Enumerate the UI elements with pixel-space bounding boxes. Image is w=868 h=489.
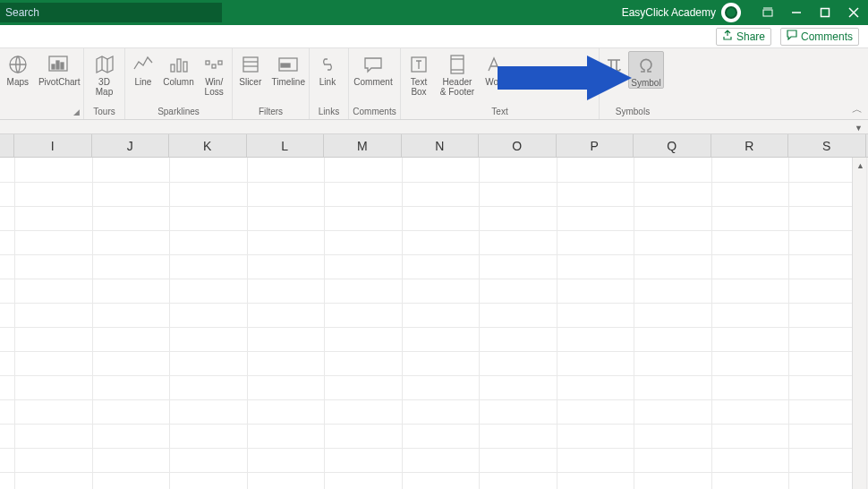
svg-rect-16 [218,61,222,64]
svg-rect-15 [212,64,216,68]
svg-rect-14 [206,61,209,64]
ribbon-group-links: Link Links [310,48,349,119]
maps-button[interactable]: Maps [0,51,36,87]
scroll-down-icon[interactable]: ▼ [855,124,863,133]
column-header[interactable]: N [402,134,480,157]
cells-area[interactable]: ▲ [0,158,868,489]
timeline-icon [276,53,301,76]
column-icon [166,53,191,76]
winloss-icon [201,53,226,76]
formula-bar-strip: ▼ [0,120,868,134]
share-button[interactable]: Share [716,28,771,46]
close-button[interactable] [839,0,868,25]
textbox-icon [406,53,431,76]
pivotchart-icon [47,53,72,76]
svg-rect-10 [61,63,64,69]
svg-rect-3 [821,9,830,17]
column-header[interactable]: R [711,134,789,157]
column-header[interactable]: M [324,134,402,157]
svg-rect-23 [451,56,464,73]
account-avatar[interactable] [721,3,741,22]
worksheet-grid[interactable]: IJKLMNOPQRS ▲ [0,134,868,489]
sparkline-column-button[interactable]: Column [161,51,197,87]
minimize-button[interactable] [782,0,811,25]
svg-rect-11 [171,64,174,72]
share-label: Share [736,30,765,43]
slicer-button[interactable]: Slicer [233,51,268,87]
headerfooter-button[interactable]: Header & Footer [437,51,478,97]
symbol-button[interactable]: Symbol [628,51,664,89]
ribbon-group-tours: 3D Map Tours [84,48,125,119]
globe-icon [5,53,30,76]
charts-dialog-launcher[interactable]: ◢ [0,107,83,119]
ribbon-display-button[interactable] [753,0,782,25]
column-headers[interactable]: IJKLMNOPQRS [0,134,868,158]
pi-icon [601,53,626,76]
account-name[interactable]: EasyClick Academy [622,6,716,19]
slicer-icon [238,53,263,76]
wordart-icon [483,53,508,76]
title-bar: EasyClick Academy [0,0,868,25]
omega-icon [634,54,659,77]
share-icon [722,30,733,43]
ribbon-group-comments: Comment Comments [349,48,401,119]
comments-button[interactable]: Comments [780,28,859,46]
3dmap-icon [92,53,117,76]
ribbon-group-filters: Slicer Timeline Filters [233,48,310,119]
column-header[interactable]: I [14,134,92,157]
timeline-button[interactable]: Timeline [268,51,309,87]
ribbon-group-text: Text Box Header & Footer Word Text [401,48,600,119]
ribbon-group-sparklines: Line Column Win/ Loss Sparklines [125,48,233,119]
maximize-button[interactable] [811,0,839,25]
svg-rect-17 [243,57,258,72]
comment-icon [787,30,797,43]
column-header[interactable]: S [788,134,866,157]
svg-rect-0 [763,10,772,16]
comments-label: Comments [801,30,853,43]
sparkline-line-button[interactable]: Line [125,51,161,87]
svg-rect-9 [56,61,59,69]
line-icon [131,53,156,76]
svg-rect-8 [52,64,55,69]
pivotchart-button[interactable]: PivotChart [36,51,83,87]
svg-rect-12 [177,59,181,72]
column-header[interactable]: O [479,134,557,157]
svg-rect-13 [183,62,187,72]
column-header[interactable]: K [169,134,247,157]
share-bar: Share Comments [0,25,868,48]
ribbon: Maps PivotChart ◢ 3D Map Tours Line [0,48,868,120]
sparkline-winloss-button[interactable]: Win/ Loss [196,51,232,97]
search-input[interactable] [0,3,222,22]
textbox-button[interactable]: Text Box [401,51,437,97]
wordart-button[interactable]: Word [478,51,514,87]
link-icon [315,53,340,76]
column-header[interactable]: J [92,134,170,157]
ribbon-group-symbols: Symbol Symbols [600,48,666,119]
comment-button[interactable]: Comment [349,51,397,87]
comment-bubble-icon [361,53,386,76]
ribbon-group-charts: Maps PivotChart ◢ [0,48,84,119]
collapse-ribbon-button[interactable]: ︿ [852,102,863,117]
column-header[interactable]: L [247,134,325,157]
column-header[interactable]: Q [634,134,711,157]
svg-rect-21 [281,64,290,67]
3dmap-button[interactable]: 3D Map [84,51,124,97]
equation-button[interactable] [600,51,628,77]
headerfooter-icon [445,53,470,76]
column-header[interactable]: P [557,134,634,157]
link-button[interactable]: Link [310,51,345,87]
